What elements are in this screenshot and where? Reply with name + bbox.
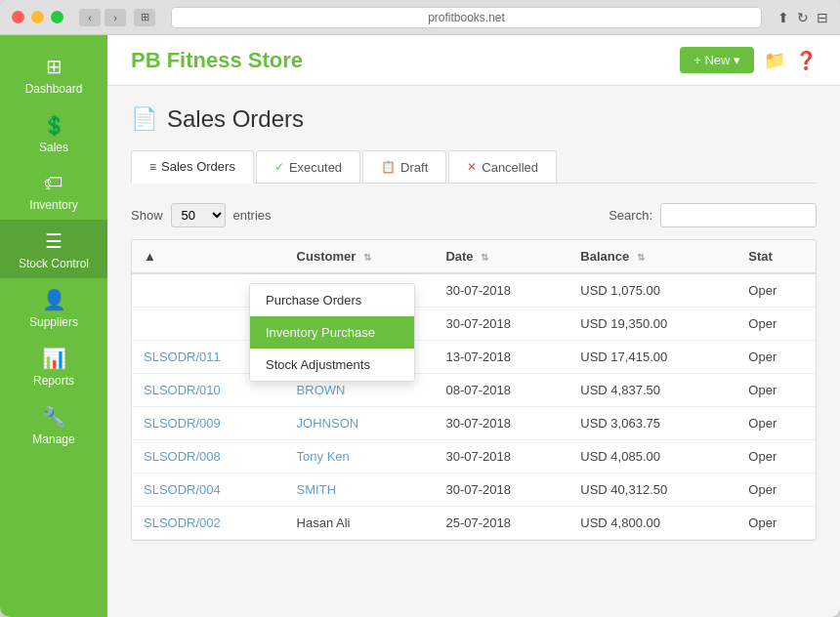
- col-balance-sort: ⇅: [637, 252, 645, 263]
- sidebar-label-sales: Sales: [39, 141, 68, 154]
- cell-date: 25-07-2018: [434, 507, 568, 540]
- cell-order-no: SLSODR/008: [132, 440, 285, 473]
- customer-link[interactable]: SMITH: [297, 482, 336, 497]
- sidebar-label-manage: Manage: [32, 432, 74, 446]
- order-link[interactable]: SLSODR/004: [144, 482, 221, 497]
- close-button[interactable]: [12, 11, 24, 23]
- sidebar: ⊞ Dashboard 💲 Sales 🏷 Inventory ☰ Stock …: [0, 35, 107, 617]
- header-actions: + New ▾ 📁 ❓: [680, 47, 817, 73]
- order-link[interactable]: SLSODR/009: [144, 416, 221, 431]
- cell-balance: USD 19,350.00: [568, 308, 736, 341]
- dashboard-icon: ⊞: [46, 55, 63, 78]
- url-text: profitbooks.net: [428, 11, 505, 24]
- table-row: SLSODR/010BROWN08-07-2018USD 4,837.50Ope…: [132, 374, 816, 407]
- grid-button[interactable]: ⊞: [134, 9, 155, 26]
- cell-date: 30-07-2018: [434, 473, 568, 507]
- col-customer[interactable]: Customer ⇅: [285, 240, 435, 273]
- titlebar: ‹ › ⊞ profitbooks.net ⬆ ↻ ⊟: [0, 0, 840, 35]
- tab-draft[interactable]: 📋 Draft: [362, 150, 446, 183]
- tab-sales-orders[interactable]: ≡ Sales Orders: [131, 150, 254, 184]
- suppliers-icon: 👤: [42, 288, 66, 311]
- cell-status: Oper: [736, 407, 816, 440]
- customer-link[interactable]: BROWN: [297, 383, 346, 397]
- tab-executed-label: Executed: [289, 160, 342, 175]
- sidebar-item-reports[interactable]: 📊 Reports: [0, 337, 107, 395]
- show-entries-control: Show 50 25 100 entries: [131, 203, 272, 227]
- sidebar-item-sales[interactable]: 💲 Sales: [0, 103, 107, 162]
- app-body: ⊞ Dashboard 💲 Sales 🏷 Inventory ☰ Stock …: [0, 35, 840, 617]
- cell-balance: USD 40,312.50: [568, 473, 736, 507]
- tab-executed-icon: ✓: [274, 160, 284, 174]
- stock-control-icon: ☰: [45, 229, 63, 253]
- cell-status: Oper: [736, 473, 816, 507]
- minimize-button[interactable]: [31, 11, 44, 23]
- page-title: Sales Orders: [167, 105, 304, 133]
- order-link[interactable]: SLSODR/011: [144, 350, 221, 364]
- col-balance[interactable]: Balance ⇅: [568, 240, 736, 273]
- cell-order-no: SLSODR/004: [132, 473, 285, 507]
- app-window: ‹ › ⊞ profitbooks.net ⬆ ↻ ⊟ ⊞ Dashboard …: [0, 0, 840, 617]
- tab-cancelled-label: Cancelled: [482, 160, 538, 175]
- dropdown-item-inventory-purchase[interactable]: Inventory Purchase: [250, 316, 414, 349]
- order-link[interactable]: SLSODR/008: [144, 449, 221, 464]
- col-date-label: Date: [445, 249, 473, 264]
- forward-button[interactable]: ›: [105, 9, 126, 26]
- tab-draft-icon: 📋: [381, 160, 396, 174]
- cell-date: 30-07-2018: [434, 407, 568, 440]
- cell-order-no: SLSODR/002: [132, 507, 285, 540]
- tab-executed[interactable]: ✓ Executed: [256, 150, 360, 183]
- order-link[interactable]: SLSODR/010: [144, 383, 221, 397]
- sidebar-item-suppliers[interactable]: 👤 Suppliers: [0, 278, 107, 337]
- col-order-no: ▲: [132, 240, 285, 273]
- new-button[interactable]: + New ▾: [680, 47, 754, 73]
- sidebar-item-manage[interactable]: 🔧 Manage: [0, 395, 107, 454]
- order-link[interactable]: SLSODR/002: [144, 515, 221, 530]
- orders-table: ▲ Customer ⇅ Date ⇅: [132, 240, 816, 540]
- tab-sales-orders-label: Sales Orders: [161, 159, 235, 174]
- col-customer-sort: ⇅: [363, 252, 371, 263]
- cell-date: 08-07-2018: [434, 374, 568, 407]
- help-button[interactable]: ❓: [795, 50, 817, 71]
- entries-select[interactable]: 50 25 100: [171, 203, 226, 227]
- customer-link[interactable]: JOHNSON: [297, 416, 359, 431]
- sidebar-item-inventory[interactable]: 🏷 Inventory: [0, 162, 107, 220]
- share-button[interactable]: ⬆: [777, 10, 789, 25]
- cell-date: 30-07-2018: [434, 308, 568, 341]
- show-label: Show: [131, 208, 163, 223]
- tab-cancelled[interactable]: ✕ Cancelled: [448, 150, 557, 183]
- sidebar-label-stock-control: Stock Control: [19, 257, 89, 270]
- folder-button[interactable]: 📁: [764, 50, 785, 71]
- refresh-button[interactable]: ↻: [797, 10, 809, 25]
- browser-nav: ‹ ›: [79, 9, 126, 26]
- url-bar[interactable]: profitbooks.net: [171, 7, 762, 28]
- cell-balance: USD 4,837.50: [568, 374, 736, 407]
- table-row: SLSODR/009JOHNSON30-07-2018USD 3,063.75O…: [132, 407, 816, 440]
- cell-status: Oper: [736, 308, 816, 341]
- app-header: PB Fitness Store + New ▾ 📁 ❓: [107, 35, 840, 86]
- table-row: Tony Ken30-07-2018USD 1,075.00Oper: [132, 273, 816, 308]
- sidebar-label-reports: Reports: [33, 374, 74, 388]
- dropdown-item-purchase-orders[interactable]: Purchase Orders: [250, 284, 414, 316]
- back-button[interactable]: ‹: [79, 9, 101, 26]
- customer-link[interactable]: Tony Ken: [297, 449, 350, 464]
- sidebar-item-dashboard[interactable]: ⊞ Dashboard: [0, 45, 107, 103]
- sidebar-label-suppliers: Suppliers: [29, 315, 78, 329]
- col-date[interactable]: Date ⇅: [434, 240, 568, 273]
- window-controls: [12, 11, 63, 23]
- col-status: Stat: [736, 240, 816, 273]
- sidebar-label-inventory: Inventory: [29, 198, 77, 212]
- dropdown-item-stock-adjustments[interactable]: Stock Adjustments: [250, 349, 414, 381]
- maximize-button[interactable]: [51, 11, 63, 23]
- cell-date: 30-07-2018: [434, 273, 568, 308]
- sidebar-item-stock-control[interactable]: ☰ Stock Control: [0, 220, 107, 278]
- cell-order-no: SLSODR/009: [132, 407, 285, 440]
- cell-date: 13-07-2018: [434, 341, 568, 374]
- cell-customer: JOHNSON: [285, 407, 435, 440]
- sidebar-label-dashboard: Dashboard: [25, 82, 83, 96]
- col-date-sort: ⇅: [481, 252, 488, 263]
- tab-sales-orders-icon: ≡: [149, 160, 156, 174]
- cell-customer: Hasan Ali: [285, 507, 435, 540]
- table-body: Tony Ken30-07-2018USD 1,075.00OperJon te…: [132, 273, 816, 540]
- search-input[interactable]: [660, 203, 817, 227]
- sidebar-toggle-button[interactable]: ⊟: [817, 10, 828, 25]
